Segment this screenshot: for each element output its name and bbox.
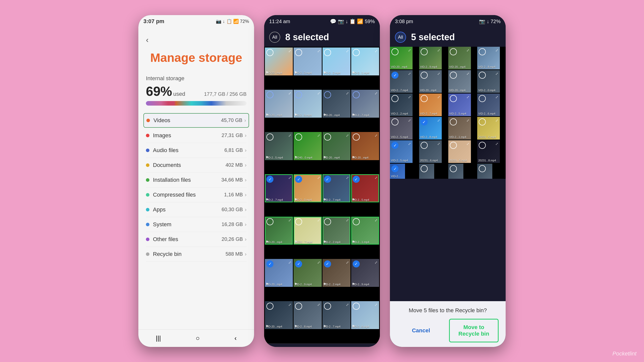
- item-checkbox[interactable]: [324, 133, 331, 141]
- item-checkbox[interactable]: [266, 218, 273, 225]
- item-checkbox[interactable]: [450, 142, 457, 149]
- item-checkbox[interactable]: [479, 72, 486, 79]
- item-checkbox[interactable]: ✓: [295, 260, 302, 267]
- gallery-item[interactable]: ✓ ⤢ ▶ VID-2...7.mp4: [323, 174, 350, 202]
- gallery-item[interactable]: ✓ ⤢ VID-2...7.mp4: [390, 70, 413, 93]
- gallery-item[interactable]: ⤢ VID-2...9.mp4: [419, 47, 442, 69]
- item-checkbox[interactable]: [450, 165, 457, 172]
- gallery-item[interactable]: ⤢ VID-2...8.mp4: [477, 47, 500, 69]
- item-checkbox[interactable]: [324, 49, 331, 56]
- item-checkbox[interactable]: [450, 118, 457, 125]
- item-checkbox[interactable]: [450, 72, 457, 79]
- item-checkbox[interactable]: [479, 48, 486, 55]
- storage-item-system[interactable]: System 16,28 GB ›: [146, 217, 247, 232]
- gallery-item[interactable]: ⤢ ▶ VID-20...mp4: [265, 48, 293, 75]
- storage-item-installation[interactable]: Installation files 34,66 MB ›: [146, 173, 247, 188]
- gallery-item[interactable]: ⤢ VID-2...6.mp4: [477, 94, 500, 116]
- storage-item-compressed[interactable]: Compressed files 1,16 MB ›: [146, 188, 247, 202]
- storage-item-documents[interactable]: Documents 402 MB ›: [146, 158, 247, 173]
- nav-menu-icon[interactable]: |||: [156, 334, 161, 342]
- storage-item-videos[interactable]: Videos 45,70 GB ›: [143, 113, 249, 128]
- item-checkbox[interactable]: [295, 91, 302, 98]
- copy-button[interactable]: ⧉ Copy: [296, 346, 304, 347]
- item-checkbox[interactable]: [353, 91, 360, 98]
- gallery-item[interactable]: ⤢ ▶ VID-2...1.mp4: [351, 48, 379, 75]
- gallery-item[interactable]: ⤢ ▶ VID-2...2.mp4: [323, 217, 350, 245]
- item-checkbox[interactable]: ✓: [421, 118, 428, 125]
- select-all-button-3[interactable]: All: [395, 32, 406, 43]
- item-checkbox[interactable]: [421, 48, 428, 55]
- storage-item-other[interactable]: Other files 20,26 GB ›: [146, 232, 247, 247]
- item-checkbox[interactable]: [353, 133, 360, 141]
- item-checkbox[interactable]: [324, 303, 331, 310]
- item-checkbox[interactable]: ✓: [324, 260, 331, 267]
- item-checkbox[interactable]: [353, 49, 360, 56]
- gallery-item[interactable]: ⤢ ▶ VID-2...8.mp4: [294, 301, 321, 329]
- gallery-item[interactable]: ⤢ 20231...8.mp4: [477, 140, 500, 163]
- item-checkbox[interactable]: [421, 72, 428, 79]
- item-checkbox[interactable]: ✓: [391, 142, 398, 149]
- gallery-item[interactable]: ⤢ ▶ 20240...0.mp4: [294, 132, 321, 160]
- storage-item-recycle[interactable]: Recycle bin 588 MB ›: [146, 247, 247, 262]
- gallery-item[interactable]: ⤢ ▶ VID-2...5.mp4: [265, 132, 293, 160]
- item-checkbox[interactable]: [266, 133, 273, 141]
- item-checkbox[interactable]: ✓: [266, 176, 273, 183]
- gallery-item[interactable]: ✓ ⤢ VID-2...8.mp4: [419, 117, 442, 140]
- gallery-item[interactable]: ⤢ 20231...6.mp4: [419, 140, 442, 163]
- more-button[interactable]: ⋮ More: [361, 346, 369, 347]
- gallery-item[interactable]: ⤢ 20231...5.mp4: [477, 117, 500, 140]
- storage-item-images[interactable]: Images 27,31 GB ›: [146, 128, 247, 143]
- gallery-item[interactable]: ⤢ ▶ VID-20...mp4: [323, 132, 350, 160]
- gallery-item[interactable]: ⤢ 20231...5.mp4: [448, 140, 471, 163]
- gallery-item[interactable]: ✓ ⤢ ▶ VID-2...9.mp4: [294, 259, 321, 287]
- item-checkbox[interactable]: [421, 142, 428, 149]
- item-checkbox[interactable]: [353, 218, 360, 225]
- gallery-item[interactable]: ⤢ VID-2...2.mp4: [390, 94, 413, 116]
- item-checkbox[interactable]: [266, 49, 273, 56]
- item-checkbox[interactable]: [450, 48, 457, 55]
- item-checkbox[interactable]: [295, 218, 302, 225]
- item-checkbox[interactable]: [266, 303, 273, 310]
- gallery-item[interactable]: ⤢ ▶ VID-2...3.mp4: [294, 48, 321, 75]
- item-checkbox[interactable]: [324, 91, 331, 98]
- gallery-item[interactable]: ✓ ⤢ ▶ VID-2...5.mp4: [351, 174, 379, 202]
- gallery-item[interactable]: ⤢ VID-20...mp4: [419, 70, 442, 93]
- back-button[interactable]: ‹: [146, 35, 247, 44]
- gallery-item[interactable]: ⤢ VID-2...7.mp4: [419, 94, 442, 116]
- gallery-item[interactable]: ⤢ VID-2...5.mp4: [448, 94, 471, 116]
- item-checkbox[interactable]: [391, 118, 398, 125]
- item-checkbox[interactable]: [479, 142, 486, 149]
- item-checkbox[interactable]: ✓: [391, 165, 398, 172]
- item-checkbox[interactable]: [479, 95, 486, 102]
- item-checkbox[interactable]: [266, 91, 273, 98]
- gallery-item[interactable]: ⤢ ▶ 20231...7.mp4: [294, 217, 321, 245]
- gallery-item[interactable]: [448, 164, 463, 179]
- storage-item-apps[interactable]: Apps 60,30 GB ›: [146, 202, 247, 217]
- delete-button[interactable]: 🗑 Delete: [338, 346, 348, 347]
- gallery-item[interactable]: ✓ ⤢ VID-2...5.mp4: [390, 140, 413, 163]
- item-checkbox[interactable]: [421, 95, 428, 102]
- item-checkbox[interactable]: ✓: [353, 176, 360, 183]
- gallery-item[interactable]: ⤢ ▶ VID-20...mp4: [265, 301, 293, 329]
- item-checkbox[interactable]: ✓: [295, 176, 302, 183]
- gallery-item[interactable]: ⤢ ▶ VID-20...mp4: [265, 217, 293, 245]
- item-checkbox[interactable]: [391, 48, 398, 55]
- move-button[interactable]: ⊞ Move: [275, 346, 284, 347]
- gallery-item[interactable]: [419, 164, 434, 179]
- gallery-item[interactable]: ⤢ ▶ VID-20...mp4: [323, 90, 350, 118]
- item-checkbox[interactable]: [353, 303, 360, 310]
- gallery-item[interactable]: ⤢ VID-2...5.mp4: [390, 117, 413, 140]
- item-checkbox[interactable]: ✓: [266, 260, 273, 267]
- gallery-item[interactable]: ⤢ ▶ VID-2...6.mp4: [351, 301, 379, 329]
- gallery-item[interactable]: ✓ VID-2...: [390, 164, 405, 179]
- gallery-item[interactable]: ⤢ VID-20...mp4: [390, 47, 413, 69]
- gallery-item[interactable]: ⤢ ▶ VID-20...mp4: [265, 90, 293, 118]
- nav-back-icon[interactable]: ‹: [234, 334, 237, 342]
- item-checkbox[interactable]: [295, 133, 302, 141]
- gallery-item[interactable]: ⤢ ▶ VID-2...7.mp4: [351, 90, 379, 118]
- item-checkbox[interactable]: [421, 165, 428, 172]
- item-checkbox[interactable]: [479, 165, 486, 172]
- gallery-item[interactable]: ⤢ ▶ VID-2...9.mp4: [294, 90, 321, 118]
- item-checkbox[interactable]: [391, 95, 398, 102]
- item-checkbox[interactable]: [479, 118, 486, 125]
